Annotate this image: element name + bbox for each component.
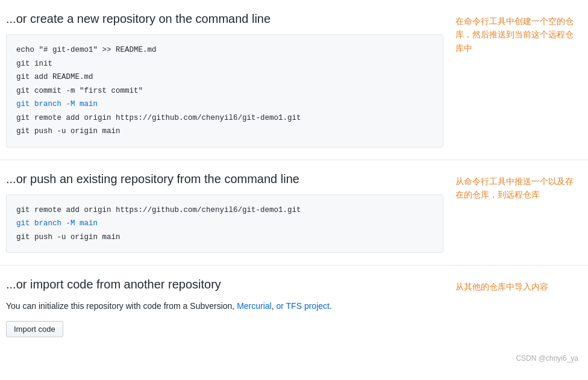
push-code-line-1: git remote add origin https://github.com… [16,204,433,217]
code-line-7: git push -u origin main [16,125,433,139]
push-code-line-2: git branch -M main [16,217,433,231]
push-existing-annotation: 从命令行工具中推送一个以及存在的仓库，到远程仓库 [455,172,588,202]
code-line-3: git add README.md [16,70,433,84]
code-line-2: git init [16,57,433,71]
import-description: You can initialize this repository with … [6,300,443,313]
push-existing-code-block: git remote add origin https://github.com… [6,195,443,254]
mercurial-link[interactable]: Mercurial [237,301,272,311]
watermark: CSDN @chnyi6_ya [0,349,588,367]
import-content: ...or import code from another repositor… [0,278,455,337]
create-new-content: ...or create a new repository on the com… [0,12,455,148]
code-line-4: git commit -m "first commit" [16,84,433,98]
create-new-annotation: 在命令行工具中创建一个空的仓库，然后推送到当前这个远程仓库中 [455,12,588,55]
import-section: ...or import code from another repositor… [0,266,588,349]
create-new-section: ...or create a new repository on the com… [0,0,588,160]
push-code-line-3: git push -u origin main [16,231,433,245]
page-container: ...or create a new repository on the com… [0,0,588,367]
push-existing-section: ...or push an existing repository from t… [0,160,588,266]
code-line-1: echo "# git-demo1" >> README.md [16,43,433,57]
import-annotation: 从其他的仓库中导入内容 [455,278,588,293]
create-new-code-block: echo "# git-demo1" >> README.md git init… [6,34,443,148]
import-title: ...or import code from another repositor… [6,278,443,291]
create-new-title: ...or create a new repository on the com… [6,12,443,26]
code-line-6: git remote add origin https://github.com… [16,111,433,125]
tfs-link[interactable]: or TFS project [276,301,329,311]
code-line-5: git branch -M main [16,98,433,111]
import-desc-text: You can initialize this repository with … [6,301,237,311]
push-existing-content: ...or push an existing repository from t… [0,172,455,254]
push-existing-title: ...or push an existing repository from t… [6,172,443,186]
import-code-button[interactable]: Import code [6,321,63,337]
